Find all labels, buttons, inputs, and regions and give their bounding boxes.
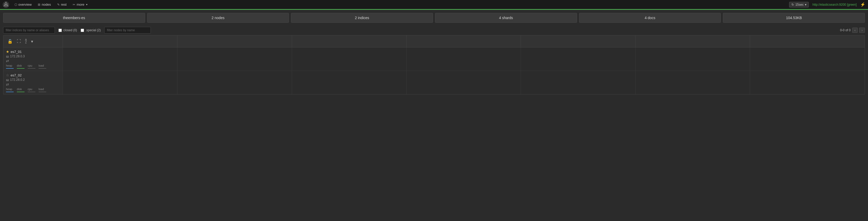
node-ip-label-2: 172.28.0.2	[10, 78, 25, 82]
docs-card: 4 docs	[579, 13, 721, 23]
indices-count: 2 indices	[355, 16, 369, 20]
disk-icon-es7-02: 🖴	[6, 78, 9, 81]
nav-rest-label: rest	[61, 3, 67, 6]
cpu-bar-es7-02	[28, 91, 35, 92]
load-bar-es7-01	[38, 68, 46, 69]
pagination: 0-0 of 0 ‹ ›	[840, 28, 865, 33]
header-col-5	[521, 35, 636, 47]
closed-checkbox[interactable]	[58, 29, 62, 32]
sort-az-icon: A Z	[25, 39, 27, 44]
refresh-dropdown-icon: ▾	[805, 3, 806, 6]
lock-icon: 🔓	[7, 39, 13, 44]
more-icon: ✂	[73, 3, 75, 6]
main-table: 🔓 ⛶ A Z ▾ ★ es7_01	[3, 35, 865, 95]
special-label: .special (2)	[86, 28, 101, 32]
nav-nodes-label: nodes	[42, 3, 51, 6]
table-row: ★ es7_01 🖴 172.28.0.3 ⇄ heap disk	[3, 47, 865, 71]
non-master-star-icon: ☆	[6, 73, 9, 77]
data-cell-3-row1	[292, 47, 407, 71]
shards-card: 4 shards	[435, 13, 577, 23]
size-card: 104.53KB	[723, 13, 865, 23]
node-name-es7-01: ★ es7_01	[6, 49, 60, 54]
svg-point-4	[7, 5, 8, 6]
refresh-label: 15sec	[795, 3, 804, 6]
data-cell-4-row2	[407, 71, 521, 94]
nodes-count: 2 nodes	[212, 16, 224, 20]
closed-checkbox-label[interactable]: closed (0)	[58, 28, 77, 32]
cpu-label-2: cpu	[28, 87, 35, 90]
app-logo	[3, 1, 9, 8]
nav-item-overview[interactable]: ⬡ overview	[12, 2, 34, 7]
data-cell-3-row2	[292, 71, 407, 94]
load-bar-es7-02	[38, 91, 46, 92]
disk-bar-es7-01	[17, 68, 25, 69]
data-cell-4-row1	[407, 47, 521, 71]
next-page-button[interactable]: ›	[859, 28, 865, 33]
header-col-3	[292, 35, 407, 47]
filter-indices-input[interactable]	[3, 27, 55, 34]
disk-label: disk	[17, 64, 25, 67]
cpu-label: cpu	[28, 64, 35, 67]
node-name-es7-02: ☆ es7_02	[6, 73, 60, 77]
svg-point-2	[5, 4, 7, 5]
expand-button[interactable]: ⛶	[16, 38, 22, 45]
nav-item-more[interactable]: ✂ more ▾	[70, 2, 90, 7]
filter-dropdown-button[interactable]: ▾	[30, 38, 34, 45]
header-cell-nodes: 🔓 ⛶ A Z ▾	[3, 35, 63, 47]
data-cell-2-row2	[178, 71, 292, 94]
node-metrics-es7-02: heap disk cpu load	[6, 87, 60, 92]
sort-az-button[interactable]: A Z	[24, 38, 28, 45]
nav-items: ⬡ overview ⊞ nodes ✎ rest ✂ more ▾	[12, 2, 789, 7]
size-value: 104.53KB	[786, 16, 802, 20]
disk-bar-es7-02	[17, 91, 25, 92]
cpu-bar-es7-01	[28, 68, 35, 69]
table-header-row: 🔓 ⛶ A Z ▾	[3, 35, 865, 47]
lock-button[interactable]: 🔓	[6, 38, 14, 45]
node-ip-es7-01: 🖴 172.28.0.3	[6, 54, 60, 58]
load-label-2: load	[38, 87, 46, 90]
disk-metric-es7-01: disk	[17, 64, 25, 69]
nodes-icon: ⊞	[38, 3, 40, 6]
node-ip-es7-02: 🖴 172.28.0.2	[6, 78, 60, 82]
expand-icon: ⛶	[17, 39, 21, 44]
disk-icon-es7-01: 🖴	[6, 55, 9, 58]
special-checkbox[interactable]	[81, 29, 84, 32]
data-cell-5-row2	[521, 71, 636, 94]
data-cell-6-row2	[636, 71, 750, 94]
nav-item-nodes[interactable]: ⊞ nodes	[35, 2, 53, 7]
filter-nodes-input[interactable]	[104, 27, 151, 34]
refresh-button[interactable]: ↻ 15sec ▾	[789, 2, 809, 7]
cluster-name: theembers-es	[63, 16, 85, 20]
shards-count: 4 shards	[499, 16, 513, 20]
filter-row: closed (0) .special (2) 0-0 of 0 ‹ ›	[0, 25, 868, 35]
heap-metric-es7-02: heap	[6, 87, 14, 92]
data-cell-7-row2	[750, 71, 865, 94]
lightning-icon[interactable]: ⚡	[860, 2, 865, 7]
disk-metric-es7-02: disk	[17, 87, 25, 92]
data-cell-7-row1	[750, 47, 865, 71]
node-actions-es7-01: ⇄	[6, 59, 60, 63]
cluster-name-card: theembers-es	[3, 13, 145, 23]
nav-item-rest[interactable]: ✎ rest	[55, 2, 69, 7]
node-ip-label: 172.28.0.3	[10, 54, 25, 58]
prev-page-button[interactable]: ‹	[852, 28, 858, 33]
nav-more-label: more	[76, 3, 84, 6]
data-cell-5-row1	[521, 47, 636, 71]
master-star-icon: ★	[6, 49, 9, 54]
heap-bar-es7-02	[6, 91, 14, 92]
transfer-icon-es7-01: ⇄	[6, 59, 9, 63]
heap-metric-es7-01: heap	[6, 64, 14, 69]
node-name-label: es7_01	[10, 50, 22, 54]
data-cell-1-row2	[63, 71, 178, 94]
indices-card: 2 indices	[291, 13, 433, 23]
special-checkbox-label[interactable]: .special (2)	[81, 28, 101, 32]
node-actions-es7-02: ⇄	[6, 82, 60, 86]
node-cell-es7-01: ★ es7_01 🖴 172.28.0.3 ⇄ heap disk	[3, 47, 63, 71]
data-cell-6-row1	[636, 47, 750, 71]
filter-down-icon: ▾	[31, 39, 33, 44]
load-metric-es7-02: load	[38, 87, 46, 92]
nav-overview-label: overview	[18, 3, 32, 6]
pagination-text: 0-0 of 0	[840, 28, 851, 32]
disk-label-2: disk	[17, 87, 25, 90]
nodes-card: 2 nodes	[147, 13, 289, 23]
